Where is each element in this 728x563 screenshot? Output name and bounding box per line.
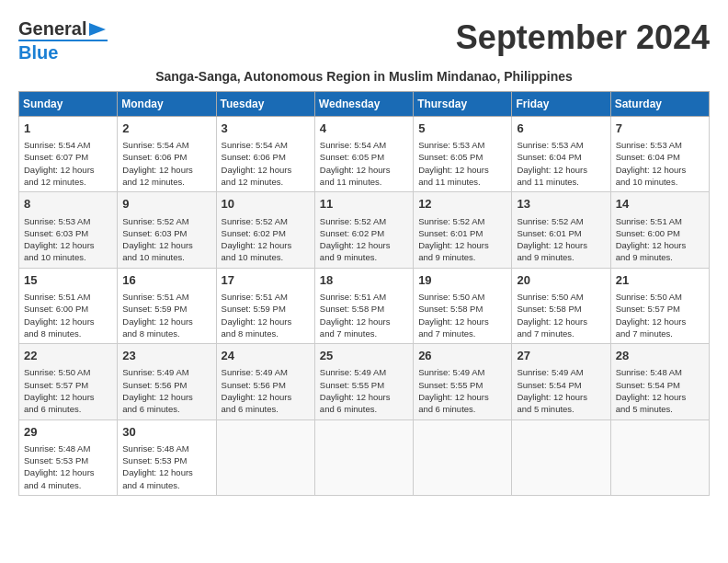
cell-info: Daylight: 12 hours bbox=[24, 391, 112, 403]
cell-info: Daylight: 12 hours bbox=[222, 391, 310, 403]
day-number: 19 bbox=[418, 272, 506, 289]
calendar-cell: 26Sunrise: 5:49 AMSunset: 5:55 PMDayligh… bbox=[414, 344, 512, 419]
calendar-cell: 30Sunrise: 5:48 AMSunset: 5:53 PMDayligh… bbox=[118, 419, 216, 495]
svg-marker-0 bbox=[89, 23, 106, 36]
cell-info: Daylight: 12 hours bbox=[122, 316, 210, 327]
calendar-cell: 24Sunrise: 5:49 AMSunset: 5:56 PMDayligh… bbox=[216, 344, 314, 419]
day-number: 30 bbox=[122, 424, 210, 441]
cell-info: Daylight: 12 hours bbox=[418, 239, 506, 251]
cell-info: Sunrise: 5:53 AM bbox=[616, 139, 704, 151]
cell-info: Sunrise: 5:50 AM bbox=[24, 366, 112, 378]
cell-info: and 6 minutes. bbox=[320, 403, 408, 415]
cell-info: Daylight: 12 hours bbox=[122, 391, 210, 403]
col-header-saturday: Saturday bbox=[610, 92, 709, 117]
cell-info: and 12 minutes. bbox=[122, 176, 210, 188]
col-header-wednesday: Wednesday bbox=[314, 92, 413, 117]
cell-info: Daylight: 12 hours bbox=[517, 316, 605, 327]
cell-info: Daylight: 12 hours bbox=[320, 239, 408, 251]
cell-info: Daylight: 12 hours bbox=[222, 239, 310, 251]
day-number: 13 bbox=[517, 196, 605, 213]
cell-info: Daylight: 12 hours bbox=[418, 391, 506, 403]
day-number: 15 bbox=[24, 272, 112, 289]
month-title: September 2024 bbox=[456, 18, 710, 57]
cell-info: and 10 minutes. bbox=[24, 251, 112, 263]
cell-info: Daylight: 12 hours bbox=[122, 239, 210, 251]
calendar-week-5: 29Sunrise: 5:48 AMSunset: 5:53 PMDayligh… bbox=[19, 419, 710, 495]
cell-info: Sunrise: 5:50 AM bbox=[418, 291, 506, 303]
cell-info: Sunrise: 5:49 AM bbox=[122, 366, 210, 378]
calendar-week-1: 1Sunrise: 5:54 AMSunset: 6:07 PMDaylight… bbox=[19, 117, 710, 192]
cell-info: Sunset: 5:56 PM bbox=[222, 379, 310, 391]
cell-info: Daylight: 12 hours bbox=[122, 466, 210, 478]
cell-info: and 6 minutes. bbox=[222, 403, 310, 415]
calendar-cell bbox=[610, 419, 709, 495]
calendar-cell: 1Sunrise: 5:54 AMSunset: 6:07 PMDaylight… bbox=[19, 117, 118, 192]
cell-info: Sunrise: 5:51 AM bbox=[222, 291, 310, 303]
cell-info: and 8 minutes. bbox=[24, 327, 112, 339]
cell-info: Sunset: 6:03 PM bbox=[122, 227, 210, 239]
cell-info: Daylight: 12 hours bbox=[24, 316, 112, 327]
cell-info: Sunset: 5:59 PM bbox=[122, 303, 210, 315]
calendar-cell: 15Sunrise: 5:51 AMSunset: 6:00 PMDayligh… bbox=[19, 268, 118, 343]
day-number: 24 bbox=[222, 348, 310, 364]
calendar-week-3: 15Sunrise: 5:51 AMSunset: 6:00 PMDayligh… bbox=[19, 268, 710, 343]
day-number: 5 bbox=[418, 121, 506, 137]
calendar-cell: 10Sunrise: 5:52 AMSunset: 6:02 PMDayligh… bbox=[216, 192, 314, 268]
cell-info: Sunrise: 5:54 AM bbox=[320, 139, 408, 151]
calendar-cell: 16Sunrise: 5:51 AMSunset: 5:59 PMDayligh… bbox=[118, 268, 216, 343]
calendar-cell: 9Sunrise: 5:52 AMSunset: 6:03 PMDaylight… bbox=[118, 192, 216, 268]
day-number: 6 bbox=[517, 121, 605, 137]
cell-info: Sunset: 6:07 PM bbox=[24, 151, 112, 163]
cell-info: Sunset: 6:02 PM bbox=[320, 227, 408, 239]
cell-info: Sunrise: 5:53 AM bbox=[418, 139, 506, 151]
calendar-cell: 23Sunrise: 5:49 AMSunset: 5:56 PMDayligh… bbox=[118, 344, 216, 419]
cell-info: Daylight: 12 hours bbox=[24, 164, 112, 176]
cell-info: and 9 minutes. bbox=[418, 251, 506, 263]
cell-info: and 11 minutes. bbox=[517, 176, 605, 188]
logo: General Blue bbox=[18, 18, 108, 63]
calendar-table: SundayMondayTuesdayWednesdayThursdayFrid… bbox=[18, 91, 710, 496]
day-number: 26 bbox=[418, 348, 506, 364]
logo-arrow-icon bbox=[87, 19, 108, 40]
cell-info: Sunrise: 5:49 AM bbox=[517, 366, 605, 378]
cell-info: and 7 minutes. bbox=[616, 327, 704, 339]
cell-info: and 6 minutes. bbox=[418, 403, 506, 415]
cell-info: Sunset: 5:55 PM bbox=[418, 379, 506, 391]
day-number: 28 bbox=[616, 348, 704, 364]
cell-info: and 11 minutes. bbox=[418, 176, 506, 188]
cell-info: and 6 minutes. bbox=[24, 403, 112, 415]
cell-info: Sunset: 6:02 PM bbox=[222, 227, 310, 239]
day-number: 27 bbox=[517, 348, 605, 364]
cell-info: and 8 minutes. bbox=[122, 327, 210, 339]
cell-info: Sunset: 5:58 PM bbox=[320, 303, 408, 315]
day-number: 3 bbox=[222, 121, 310, 137]
col-header-monday: Monday bbox=[118, 92, 216, 117]
cell-info: and 12 minutes. bbox=[222, 176, 310, 188]
cell-info: Sunset: 6:01 PM bbox=[418, 227, 506, 239]
cell-info: Daylight: 12 hours bbox=[222, 316, 310, 327]
cell-info: Sunrise: 5:53 AM bbox=[24, 215, 112, 227]
calendar-cell: 22Sunrise: 5:50 AMSunset: 5:57 PMDayligh… bbox=[19, 344, 118, 419]
cell-info: Sunrise: 5:48 AM bbox=[616, 366, 704, 378]
calendar-cell: 13Sunrise: 5:52 AMSunset: 6:01 PMDayligh… bbox=[512, 192, 610, 268]
cell-info: Sunset: 5:54 PM bbox=[517, 379, 605, 391]
calendar-cell: 11Sunrise: 5:52 AMSunset: 6:02 PMDayligh… bbox=[314, 192, 413, 268]
cell-info: Sunset: 6:00 PM bbox=[616, 227, 704, 239]
cell-info: Daylight: 12 hours bbox=[320, 164, 408, 176]
calendar-cell: 14Sunrise: 5:51 AMSunset: 6:00 PMDayligh… bbox=[610, 192, 709, 268]
cell-info: Sunrise: 5:50 AM bbox=[517, 291, 605, 303]
col-header-sunday: Sunday bbox=[19, 92, 118, 117]
cell-info: and 12 minutes. bbox=[24, 176, 112, 188]
col-header-thursday: Thursday bbox=[414, 92, 512, 117]
cell-info: Sunset: 6:04 PM bbox=[517, 151, 605, 163]
cell-info: Sunrise: 5:52 AM bbox=[418, 215, 506, 227]
cell-info: Sunset: 5:56 PM bbox=[122, 379, 210, 391]
cell-info: Sunset: 5:55 PM bbox=[320, 379, 408, 391]
logo-general: General bbox=[18, 18, 86, 40]
cell-info: Daylight: 12 hours bbox=[616, 239, 704, 251]
calendar-week-4: 22Sunrise: 5:50 AMSunset: 5:57 PMDayligh… bbox=[19, 344, 710, 419]
cell-info: Sunrise: 5:52 AM bbox=[222, 215, 310, 227]
cell-info: Sunrise: 5:53 AM bbox=[517, 139, 605, 151]
cell-info: Sunset: 6:06 PM bbox=[122, 151, 210, 163]
cell-info: Daylight: 12 hours bbox=[418, 316, 506, 327]
